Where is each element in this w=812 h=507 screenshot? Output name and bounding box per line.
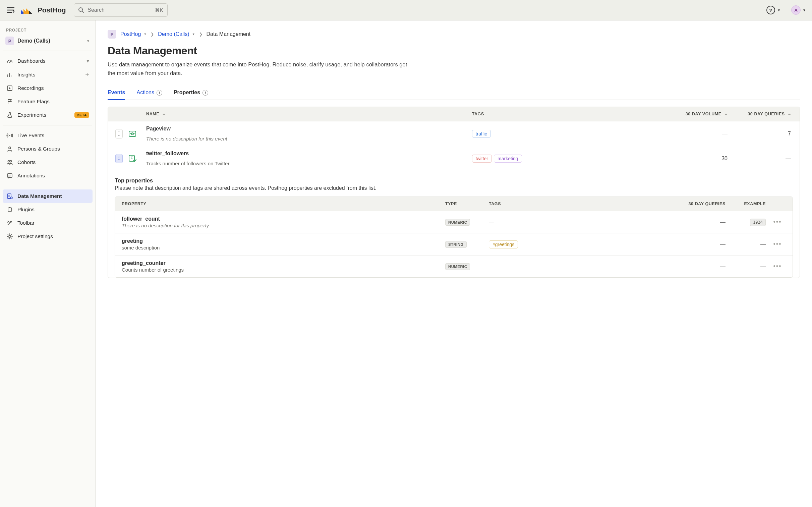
sort-icon: ≡ [163, 113, 165, 115]
column-header-name[interactable]: NAME ≡ [145, 112, 472, 116]
detail-note: Please note that description and tags ar… [115, 185, 793, 191]
user-menu[interactable]: A ▼ [791, 5, 806, 15]
svg-point-9 [9, 135, 10, 136]
sidebar: PROJECT P Demo (Calls) ▼ Dashboards▾Insi… [0, 20, 96, 507]
plus-icon[interactable]: + [85, 71, 89, 78]
event-description: Tracks number of followers on Twitter [146, 161, 229, 166]
sidebar-item-insights[interactable]: Insights+ [3, 68, 93, 81]
property-name[interactable]: greeting [122, 238, 445, 244]
sidebar-item-plugins[interactable]: Plugins [3, 203, 93, 216]
svg-line-3 [10, 61, 11, 62]
sidebar-item-annotations[interactable]: Annotations [3, 169, 93, 182]
sidebar-item-label: Data Management [17, 193, 89, 199]
sidebar-item-label: Project settings [17, 233, 89, 239]
property-example: — [726, 264, 769, 270]
sidebar-item-label: Live Events [17, 132, 89, 138]
property-row: follower_countThere is no description fo… [115, 211, 793, 233]
tag-chip[interactable]: twitter [472, 155, 492, 163]
tab-actions[interactable]: Actionsi [136, 87, 162, 100]
play-icon [6, 84, 13, 92]
row-menu-button[interactable]: ••• [769, 219, 786, 226]
tabs: EventsActionsiPropertiesi [108, 87, 800, 100]
sidebar-item-experiments[interactable]: ExperimentsBETA [3, 108, 93, 122]
event-volume: 30 [676, 156, 734, 162]
sort-icon: ≡ [788, 113, 791, 115]
event-tags: traffic [472, 130, 676, 138]
expand-toggle[interactable]: ⌃⌄ [115, 129, 123, 138]
sidebar-item-label: Toolbar [17, 220, 89, 226]
tools-icon [6, 219, 13, 227]
breadcrumb-current: Data Management [207, 31, 251, 37]
sidebar-item-live-events[interactable]: Live Events [3, 129, 93, 142]
brand-logo[interactable]: PostHog [20, 6, 66, 14]
row-menu-button[interactable]: ••• [769, 263, 786, 270]
search-input[interactable]: Search ⌘K [74, 3, 168, 17]
column-header-tags[interactable]: TAGS [489, 202, 669, 206]
property-example: — [726, 241, 769, 247]
sidebar-item-data-management[interactable]: Data Management [3, 189, 93, 203]
property-queries: — [669, 264, 726, 270]
event-volume: — [676, 131, 734, 137]
breadcrumb-org[interactable]: PostHog ▼ [120, 31, 147, 37]
chevron-down-icon: ▼ [777, 8, 780, 12]
flag-icon [6, 98, 13, 105]
person-icon [6, 145, 13, 153]
breadcrumb-badge: P [108, 30, 116, 39]
people-icon [6, 159, 13, 166]
tag-chip[interactable]: #greetings [489, 240, 518, 248]
search-placeholder: Search [88, 7, 152, 13]
flask-icon [6, 111, 13, 119]
tab-events[interactable]: Events [108, 87, 125, 100]
help-menu[interactable]: ? ▼ [766, 6, 780, 14]
column-header-volume[interactable]: 30 DAY VOLUME ≡ [676, 112, 734, 116]
expand-toggle[interactable]: ⌄⌃ [115, 154, 123, 163]
column-header-queries[interactable]: 30 DAY QUERIES ≡ [734, 112, 800, 116]
row-menu-button[interactable]: ••• [769, 241, 786, 248]
top-bar: PostHog Search ⌘K ? ▼ A ▼ [0, 0, 812, 20]
chevron-right-icon: ❯ [151, 32, 154, 37]
property-tags: — [489, 264, 669, 269]
svg-rect-21 [129, 131, 136, 136]
datamgmt-icon [6, 192, 13, 200]
project-badge: P [5, 37, 14, 45]
column-header-type[interactable]: TYPE [445, 202, 489, 206]
property-description: There is no description for this propert… [122, 223, 445, 228]
column-header-tags[interactable]: TAGS [472, 112, 676, 116]
note-icon [6, 172, 13, 179]
logo-icon [20, 6, 35, 14]
search-shortcut: ⌘K [155, 7, 163, 13]
info-icon: i [157, 90, 162, 96]
property-tags: — [489, 220, 669, 225]
tag-chip[interactable]: traffic [472, 130, 491, 138]
breadcrumb-project[interactable]: Demo (Calls) ▼ [158, 31, 195, 37]
event-name[interactable]: twitter_followers [146, 151, 189, 157]
column-header-example[interactable]: EXAMPLE [726, 202, 769, 206]
sidebar-item-dashboards[interactable]: Dashboards▾ [3, 54, 93, 68]
page-title: Data Management [108, 45, 800, 57]
sidebar-item-project-settings[interactable]: Project settings [3, 230, 93, 243]
column-header-property[interactable]: PROPERTY [122, 202, 445, 206]
tab-properties[interactable]: Propertiesi [174, 87, 208, 100]
property-queries: — [669, 241, 726, 247]
tag-chip[interactable]: marketing [494, 155, 522, 163]
signal-icon [6, 132, 13, 139]
property-name[interactable]: greeting_counter [122, 260, 445, 266]
sidebar-item-recordings[interactable]: Recordings [3, 81, 93, 95]
detail-title: Top properties [115, 177, 793, 184]
sidebar-item-cohorts[interactable]: Cohorts [3, 156, 93, 169]
sidebar-item-label: Plugins [17, 207, 89, 213]
bars-icon [6, 71, 13, 78]
column-header-queries[interactable]: 30 DAY QUERIES [669, 202, 726, 206]
info-icon: i [202, 90, 208, 96]
project-selector[interactable]: P Demo (Calls) ▼ [3, 35, 93, 47]
events-table: NAME ≡ TAGS 30 DAY VOLUME ≡ 30 DAY QUERI… [108, 107, 800, 278]
sidebar-item-toolbar[interactable]: Toolbar [3, 216, 93, 230]
divider [3, 125, 92, 125]
menu-toggle-icon[interactable] [6, 5, 15, 15]
sidebar-item-label: Cohorts [17, 159, 89, 165]
sidebar-item-feature-flags[interactable]: Feature Flags [3, 95, 93, 108]
property-name[interactable]: follower_count [122, 216, 445, 222]
sidebar-item-persons-groups[interactable]: Persons & Groups [3, 142, 93, 156]
sort-icon: ≡ [725, 113, 728, 115]
event-name[interactable]: Pageview [146, 126, 171, 132]
